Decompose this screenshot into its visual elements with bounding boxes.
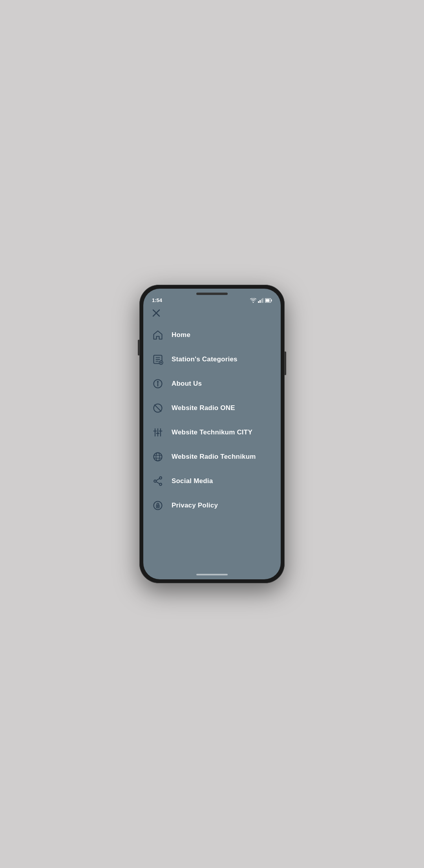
home-bar xyxy=(196,574,228,575)
svg-rect-6 xyxy=(266,299,270,302)
nav-menu: Home Station's Categories xyxy=(143,319,281,572)
close-button-area[interactable] xyxy=(143,305,281,319)
menu-label-about-us: About Us xyxy=(172,380,202,388)
menu-item-website-radio-technikum[interactable]: Website Radio Technikum xyxy=(143,445,281,469)
phone-screen: 1:54 xyxy=(143,289,281,579)
svg-point-18 xyxy=(157,381,158,382)
home-icon xyxy=(152,329,164,341)
svg-point-28 xyxy=(156,453,159,461)
svg-line-20 xyxy=(155,405,161,411)
menu-item-stations-categories[interactable]: Station's Categories xyxy=(143,347,281,372)
svg-line-35 xyxy=(156,482,160,483)
menu-item-home[interactable]: Home xyxy=(143,323,281,347)
status-icons xyxy=(250,298,272,303)
svg-rect-5 xyxy=(271,299,272,301)
status-time: 1:54 xyxy=(152,297,162,303)
menu-item-social-media[interactable]: Social Media xyxy=(143,469,281,493)
signal-icon xyxy=(258,298,263,303)
list-icon xyxy=(152,353,164,365)
menu-label-stations-categories: Station's Categories xyxy=(172,355,238,363)
svg-point-27 xyxy=(154,453,162,461)
info-icon xyxy=(152,378,164,390)
svg-rect-3 xyxy=(262,298,263,303)
phone-frame: 1:54 xyxy=(139,285,285,583)
wifi-icon xyxy=(250,298,256,303)
menu-label-website-technikum-city: Website Technikum CITY xyxy=(172,429,252,436)
svg-rect-1 xyxy=(260,300,261,303)
menu-item-website-technikum-city[interactable]: Website Technikum CITY xyxy=(143,420,281,445)
globe-icon xyxy=(152,451,164,463)
menu-label-website-radio-one: Website Radio ONE xyxy=(172,404,235,412)
sliders-icon xyxy=(152,427,164,438)
share-icon xyxy=(152,475,164,487)
menu-label-home: Home xyxy=(172,331,190,339)
no-signal-icon xyxy=(152,402,164,414)
svg-point-38 xyxy=(157,506,158,507)
menu-label-privacy-policy: Privacy Policy xyxy=(172,502,218,509)
menu-item-website-radio-one[interactable]: Website Radio ONE xyxy=(143,396,281,420)
svg-rect-2 xyxy=(261,299,262,303)
menu-item-privacy-policy[interactable]: Privacy Policy xyxy=(143,493,281,518)
menu-item-about-us[interactable]: About Us xyxy=(143,372,281,396)
menu-label-social-media: Social Media xyxy=(172,477,213,485)
svg-rect-0 xyxy=(258,301,259,303)
status-bar: 1:54 xyxy=(143,295,281,305)
svg-point-36 xyxy=(154,502,162,510)
close-icon[interactable] xyxy=(152,309,161,317)
battery-icon xyxy=(265,298,272,303)
svg-line-34 xyxy=(156,478,160,480)
lock-icon xyxy=(152,500,164,511)
menu-label-website-radio-technikum: Website Radio Technikum xyxy=(172,453,256,461)
